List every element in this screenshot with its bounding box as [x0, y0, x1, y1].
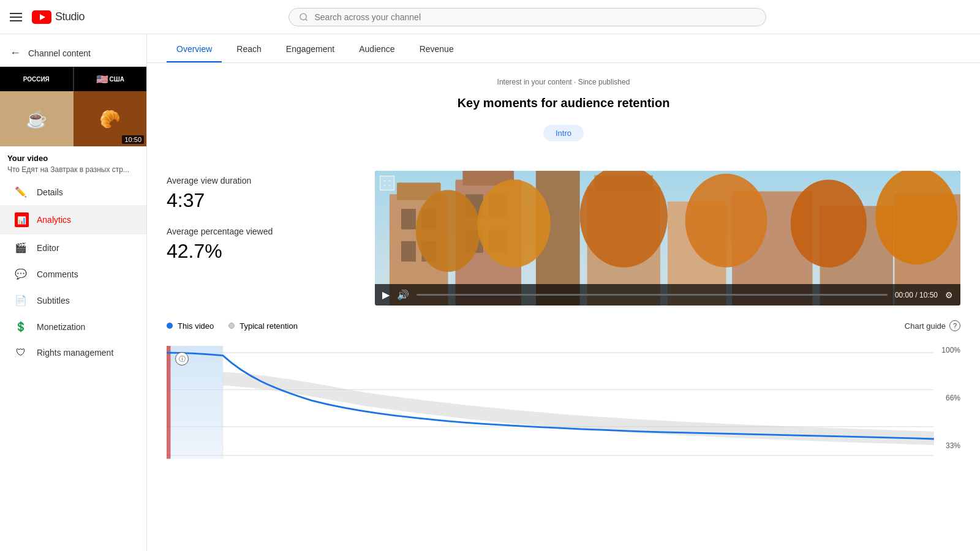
- search-icon: [299, 12, 308, 22]
- avg-duration-label: Average view duration: [167, 176, 350, 186]
- dollar-icon: 💲: [15, 321, 27, 332]
- food-left: ☕: [0, 91, 74, 146]
- menu-icon[interactable]: [10, 13, 22, 21]
- shield-icon: 🛡: [15, 347, 27, 358]
- avg-pct-label: Average percentage viewed: [167, 227, 350, 236]
- avg-pct-metric: Average percentage viewed 42.7%: [167, 227, 350, 263]
- play-button[interactable]: ▶: [382, 289, 390, 301]
- legend-typical-label: Typical retention: [239, 321, 298, 331]
- tab-overview[interactable]: Overview: [167, 34, 222, 62]
- subtitles-icon: 📄: [15, 294, 27, 306]
- sidebar-item-details[interactable]: ✏️ Details: [0, 179, 146, 205]
- sidebar-item-details-label: Details: [37, 187, 63, 197]
- sidebar-item-monetization[interactable]: 💲 Monetization: [0, 313, 146, 340]
- flag-russia: РОССИЯ: [0, 67, 73, 91]
- intro-badge: Intro: [543, 125, 584, 141]
- tab-reach[interactable]: Reach: [227, 34, 271, 62]
- sidebar-item-analytics-label: Analytics: [37, 215, 71, 225]
- svg-point-29: [416, 190, 480, 272]
- svg-point-33: [791, 179, 867, 267]
- logo: Studio: [32, 10, 85, 24]
- tab-bar: Overview Reach Engagement Audience Reven…: [147, 34, 980, 63]
- sidebar-nav: ✏️ Details 📊 Analytics 🎬 Editor 💬 Commen…: [0, 179, 146, 365]
- chart-guide-button[interactable]: Chart guide ?: [905, 320, 960, 331]
- video-player: ⛶ ▶ 🔊 00:00 / 10:50 ⚙: [375, 171, 960, 305]
- sidebar-item-comments-label: Comments: [37, 269, 78, 279]
- chart-section: This video Typical retention Chart guide…: [167, 320, 960, 462]
- svg-rect-52: [167, 346, 170, 459]
- metrics-video-row: Average view duration 4:37 Average perce…: [167, 171, 960, 305]
- search-bar[interactable]: [288, 8, 766, 26]
- back-label: Channel content: [28, 48, 91, 58]
- video-subtitle: Что Едят на Завтрак в разных стр...: [7, 165, 139, 174]
- tab-engagement[interactable]: Engagement: [276, 34, 344, 62]
- svg-point-34: [875, 171, 957, 264]
- youtube-logo-icon: [32, 10, 51, 24]
- video-title: Your video: [7, 154, 139, 163]
- sidebar-item-subtitles-label: Subtitles: [37, 296, 70, 305]
- time-display: 00:00 / 10:50: [895, 291, 938, 299]
- svg-point-2: [300, 13, 306, 20]
- expand-button[interactable]: ⛶: [380, 176, 394, 190]
- video-info: Your video Что Едят на Завтрак в разных …: [0, 154, 146, 179]
- retention-chart: [167, 346, 960, 462]
- legend-typical: Typical retention: [228, 321, 298, 331]
- logo-text: Studio: [55, 10, 85, 23]
- section-title: Key moments for audience retention: [167, 96, 960, 110]
- chart-y-labels: 100% 66% 33%: [936, 346, 960, 462]
- progress-bar[interactable]: [417, 294, 888, 296]
- settings-button[interactable]: ⚙: [945, 290, 953, 300]
- video-duration: 10:50: [122, 135, 144, 144]
- sidebar: ← Channel content РОССИЯ 🇺🇸 США: [0, 34, 147, 551]
- info-circle: ⓘ: [175, 352, 189, 365]
- svg-rect-10: [401, 209, 416, 229]
- back-button[interactable]: ← Channel content: [0, 39, 146, 67]
- sidebar-item-rights[interactable]: 🛡 Rights management: [0, 340, 146, 365]
- sidebar-item-editor[interactable]: 🎬 Editor: [0, 234, 146, 261]
- help-icon: ?: [949, 320, 960, 331]
- sidebar-item-comments[interactable]: 💬 Comments: [0, 261, 146, 287]
- svg-rect-12: [401, 241, 416, 261]
- y-label-66: 66%: [936, 394, 960, 402]
- metrics-column: Average view duration 4:37 Average perce…: [167, 171, 350, 277]
- film-icon: 🎬: [15, 242, 27, 253]
- sidebar-item-analytics[interactable]: 📊 Analytics: [0, 205, 146, 234]
- legend-this-video-label: This video: [178, 321, 214, 331]
- svg-point-30: [477, 179, 551, 267]
- sidebar-item-monetization-label: Monetization: [37, 322, 85, 332]
- video-controls: ▶ 🔊 00:00 / 10:50 ⚙: [375, 284, 960, 305]
- avg-duration-value: 4:37: [167, 189, 350, 212]
- volume-button[interactable]: 🔊: [397, 289, 409, 301]
- comment-icon: 💬: [15, 268, 27, 280]
- avg-duration-metric: Average view duration 4:37: [167, 176, 350, 212]
- flag-usa: 🇺🇸 США: [74, 67, 147, 91]
- chart-legend: This video Typical retention Chart guide…: [167, 320, 960, 336]
- blue-dot: [167, 323, 173, 329]
- tab-audience[interactable]: Audience: [349, 34, 404, 62]
- back-icon: ←: [10, 47, 21, 59]
- svg-line-3: [306, 18, 307, 20]
- overview-content: Interest in your content · Since publish…: [147, 63, 980, 477]
- svg-point-32: [685, 174, 767, 268]
- topnav: Studio: [0, 0, 980, 34]
- y-label-33: 33%: [936, 441, 960, 450]
- sub-header: Interest in your content · Since publish…: [167, 78, 960, 86]
- sidebar-item-subtitles[interactable]: 📄 Subtitles: [0, 287, 146, 313]
- gray-dot: [228, 323, 235, 329]
- chart-container: ⓘ: [167, 346, 960, 462]
- avg-pct-value: 42.7%: [167, 240, 350, 263]
- legend-this-video: This video: [167, 321, 214, 331]
- layout: ← Channel content РОССИЯ 🇺🇸 США: [0, 34, 980, 551]
- sidebar-item-rights-label: Rights management: [37, 348, 113, 358]
- tab-revenue[interactable]: Revenue: [410, 34, 464, 62]
- y-label-100: 100%: [936, 346, 960, 354]
- analytics-icon: 📊: [15, 212, 27, 227]
- search-input[interactable]: [314, 12, 756, 22]
- video-thumbnail: РОССИЯ 🇺🇸 США ☕ 🥐: [0, 67, 146, 146]
- sidebar-item-editor-label: Editor: [37, 243, 59, 253]
- chart-guide-label: Chart guide: [905, 321, 946, 331]
- main-content: Overview Reach Engagement Audience Reven…: [147, 34, 980, 551]
- svg-rect-49: [167, 346, 223, 459]
- pencil-icon: ✏️: [15, 186, 27, 198]
